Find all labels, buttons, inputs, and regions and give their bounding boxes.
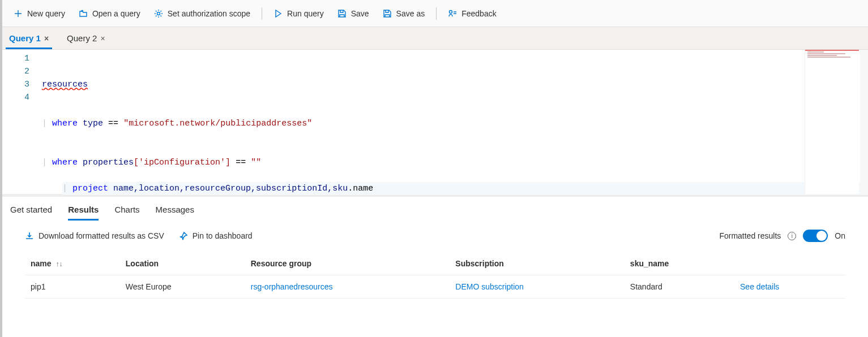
- play-icon: [273, 9, 283, 18]
- code-token: where: [52, 158, 78, 167]
- run-query-label: Run query: [287, 9, 324, 18]
- cell-sku: Standard: [625, 275, 734, 299]
- cell-details[interactable]: See details: [734, 275, 845, 299]
- code-token: name,location,resourceGroup,subscription…: [113, 184, 348, 193]
- line-number: 3: [2, 78, 42, 91]
- close-icon[interactable]: ×: [100, 34, 105, 43]
- query-tab-label: Query 2: [67, 33, 97, 43]
- code-area[interactable]: resources | where type == "microsoft.net…: [42, 50, 868, 194]
- feedback-button[interactable]: Feedback: [442, 6, 502, 21]
- pin-icon: [179, 231, 188, 240]
- line-number: 2: [2, 65, 42, 78]
- toolbar-separator: [436, 7, 437, 20]
- code-token: resources: [42, 80, 88, 89]
- line-number: 4: [2, 91, 42, 104]
- col-label: name: [31, 259, 52, 268]
- col-location[interactable]: Location: [120, 252, 245, 275]
- col-sku-name[interactable]: sku_name: [625, 252, 734, 275]
- code-token: |: [62, 184, 67, 193]
- feedback-label: Feedback: [461, 9, 496, 18]
- cell-resource-group[interactable]: rsg-orphanedresources: [245, 275, 450, 299]
- plus-icon: [14, 9, 23, 18]
- new-query-button[interactable]: New query: [8, 6, 71, 21]
- code-token: properties: [83, 158, 134, 167]
- save-as-label: Save as: [396, 9, 425, 18]
- cell-location: West Europe: [120, 275, 245, 299]
- cell-name: pip1: [25, 275, 120, 299]
- query-tab-2[interactable]: Query 2 ×: [63, 29, 109, 49]
- code-token: |: [42, 119, 47, 128]
- line-gutter: 1 2 3 4: [2, 50, 42, 194]
- download-icon: [25, 231, 34, 240]
- query-tab-label: Query 1: [9, 33, 41, 43]
- code-token: .name: [348, 184, 373, 193]
- feedback-icon: [448, 9, 457, 18]
- save-label: Save: [351, 9, 369, 18]
- formatted-results-toggle[interactable]: [803, 230, 828, 242]
- col-resource-group[interactable]: Resource group: [245, 252, 450, 275]
- save-icon: [337, 9, 347, 18]
- line-number: 1: [2, 52, 42, 65]
- code-token: ==: [108, 119, 118, 128]
- sort-icon[interactable]: ↑↓: [55, 260, 62, 268]
- code-token: ==: [236, 158, 246, 167]
- code-token: ['ipConfiguration']: [134, 158, 230, 167]
- code-token: "": [251, 158, 261, 167]
- pin-dashboard-button[interactable]: Pin to dashboard: [179, 231, 253, 240]
- save-button[interactable]: Save: [332, 6, 375, 21]
- toolbar-separator: [262, 7, 262, 20]
- col-details: [734, 252, 845, 275]
- code-token: where: [52, 119, 78, 128]
- save-as-button[interactable]: Save as: [377, 6, 431, 21]
- pin-dashboard-label: Pin to dashboard: [193, 231, 253, 240]
- svg-point-0: [157, 12, 160, 15]
- svg-point-1: [450, 10, 452, 13]
- folder-open-icon: [79, 9, 88, 18]
- open-query-button[interactable]: Open a query: [73, 6, 146, 21]
- col-name[interactable]: name ↑↓: [25, 252, 120, 275]
- download-csv-label: Download formatted results as CSV: [39, 231, 164, 240]
- gear-icon: [154, 9, 163, 18]
- code-token: project: [72, 184, 108, 193]
- col-subscription[interactable]: Subscription: [450, 252, 625, 275]
- close-icon[interactable]: ×: [44, 34, 49, 43]
- download-csv-button[interactable]: Download formatted results as CSV: [25, 231, 164, 240]
- results-table: name ↑↓ Location Resource group Subscrip…: [25, 252, 845, 299]
- query-tab-1[interactable]: Query 1 ×: [6, 29, 52, 49]
- set-scope-label: Set authorization scope: [168, 9, 250, 18]
- minimap[interactable]: [805, 50, 859, 194]
- set-scope-button[interactable]: Set authorization scope: [148, 6, 256, 21]
- code-editor[interactable]: 1 2 3 4 resources | where type == "micro…: [2, 50, 868, 197]
- table-header-row: name ↑↓ Location Resource group Subscrip…: [25, 252, 845, 275]
- query-tabs-bar: Query 1 × Query 2 ×: [2, 27, 868, 50]
- table-row[interactable]: pip1 West Europe rsg-orphanedresources D…: [25, 275, 845, 299]
- toggle-state-label: On: [835, 231, 845, 240]
- formatted-results-label: Formatted results: [719, 231, 781, 240]
- run-query-button[interactable]: Run query: [268, 6, 330, 21]
- toolbar: New query Open a query Set authorization…: [2, 0, 868, 27]
- info-icon[interactable]: i: [788, 232, 796, 240]
- new-query-label: New query: [27, 9, 65, 18]
- code-token: "microsoft.network/publicipaddresses": [123, 119, 312, 128]
- code-token: type: [83, 119, 103, 128]
- scrollbar[interactable]: [860, 50, 868, 194]
- code-token: |: [42, 158, 47, 167]
- results-bar: Download formatted results as CSV Pin to…: [2, 221, 868, 248]
- cell-subscription[interactable]: DEMO subscription: [450, 275, 625, 299]
- open-query-label: Open a query: [92, 9, 140, 18]
- save-as-icon: [383, 9, 392, 18]
